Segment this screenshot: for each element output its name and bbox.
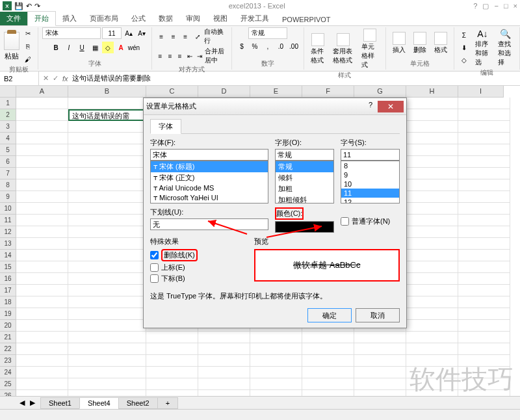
formula-input[interactable]: 这句话是错误的需要删除 [72, 73, 151, 83]
col-header[interactable]: C [146, 86, 198, 98]
row-header[interactable]: 8 [0, 179, 16, 191]
tab-view[interactable]: 视图 [207, 12, 234, 25]
cell[interactable] [198, 355, 250, 367]
cell[interactable] [406, 121, 458, 133]
font-input[interactable] [150, 149, 268, 161]
format-painter-icon[interactable]: 🖌 [22, 53, 34, 65]
cell[interactable] [458, 98, 510, 109]
list-item[interactable]: 加粗倾斜 [276, 194, 333, 203]
indent-dec-icon[interactable]: ⇤ [185, 50, 194, 62]
cell[interactable] [406, 367, 458, 378]
row-header[interactable]: 9 [0, 191, 16, 203]
cell[interactable] [16, 215, 68, 226]
cell[interactable] [146, 332, 198, 343]
list-item[interactable]: 常规 [276, 161, 333, 172]
bold-button[interactable]: B [50, 42, 62, 53]
align-top-icon[interactable]: ≡ [156, 31, 166, 42]
row-header[interactable]: 21 [0, 332, 16, 343]
row-header[interactable]: 13 [0, 238, 16, 250]
cell[interactable] [16, 296, 68, 308]
row-header[interactable]: 17 [0, 285, 16, 296]
cell[interactable] [406, 98, 458, 109]
maximize-icon[interactable]: □ [504, 2, 508, 10]
style-list[interactable]: 常规倾斜加粗加粗倾斜 [275, 161, 334, 203]
cell[interactable] [406, 332, 458, 343]
cell[interactable] [16, 343, 68, 355]
cell[interactable] [458, 273, 510, 285]
ribbon-options-icon[interactable]: ▢ [482, 2, 489, 10]
cell[interactable] [406, 355, 458, 367]
cell[interactable] [250, 332, 302, 343]
dialog-help-icon[interactable]: ? [365, 101, 376, 112]
cell[interactable] [16, 133, 68, 144]
merge-button[interactable]: 合并后居中 [205, 47, 228, 65]
cell[interactable] [458, 121, 510, 133]
col-header[interactable]: F [302, 86, 354, 98]
cell[interactable] [406, 168, 458, 179]
cell[interactable] [68, 191, 146, 203]
cell[interactable] [406, 378, 458, 390]
cell[interactable] [16, 250, 68, 261]
row-header[interactable]: 12 [0, 226, 16, 238]
cell[interactable] [458, 109, 510, 121]
cell[interactable] [458, 203, 510, 215]
font-list[interactable]: ᴛ 宋体 (标题)ᴛ 宋体 (正文)ᴛ Arial Unicode MSᴛ Mi… [150, 161, 268, 203]
cell[interactable] [68, 226, 146, 238]
cell[interactable] [458, 215, 510, 226]
paste-button[interactable]: 粘贴 [4, 32, 20, 61]
row-header[interactable]: 11 [0, 215, 16, 226]
row-header[interactable]: 16 [0, 273, 16, 285]
tab-review[interactable]: 审阅 [179, 12, 207, 25]
cell[interactable] [16, 320, 68, 332]
autosum-icon[interactable]: Σ [458, 30, 470, 42]
cell[interactable] [16, 98, 68, 109]
cell[interactable] [146, 343, 198, 355]
cell[interactable] [146, 367, 198, 378]
select-all-corner[interactable] [0, 86, 16, 98]
format-cells-button[interactable]: 格式 [432, 31, 450, 56]
cell[interactable] [406, 308, 458, 320]
sheet-tab-active[interactable]: Sheet4 [79, 397, 119, 409]
cell[interactable] [458, 296, 510, 308]
qat-save-icon[interactable]: 💾 [14, 2, 23, 10]
col-header[interactable]: H [406, 86, 458, 98]
cut-icon[interactable]: ✂ [22, 27, 34, 39]
cell[interactable] [458, 250, 510, 261]
cell[interactable] [16, 367, 68, 378]
font-color-button[interactable]: A [115, 42, 127, 53]
cell[interactable] [68, 308, 146, 320]
cell[interactable] [68, 332, 146, 343]
cell[interactable] [354, 343, 406, 355]
cell[interactable] [68, 168, 146, 179]
copy-icon[interactable]: ⎘ [22, 40, 34, 52]
size-list[interactable]: 8910111214 [341, 161, 400, 203]
cell[interactable] [68, 285, 146, 296]
fx-icon[interactable]: fx [62, 75, 68, 83]
cell[interactable] [458, 133, 510, 144]
tab-file[interactable]: 文件 [0, 12, 27, 25]
row-header[interactable]: 4 [0, 133, 16, 144]
cell[interactable] [68, 179, 146, 191]
superscript-checkbox[interactable]: 上标(E) [150, 263, 248, 272]
cancel-button[interactable]: 取消 [356, 308, 400, 322]
cell-styles-button[interactable]: 单元格样式 [359, 27, 382, 71]
cell[interactable] [458, 285, 510, 296]
row-header[interactable]: 1 [0, 98, 16, 109]
italic-button[interactable]: I [63, 42, 75, 53]
cell[interactable] [406, 343, 458, 355]
cell[interactable] [68, 320, 146, 332]
cell[interactable] [16, 308, 68, 320]
sheet-nav-prev-icon[interactable]: ◀ [20, 399, 25, 407]
font-name-select[interactable] [42, 27, 101, 39]
fill-icon[interactable]: ⬇ [458, 42, 470, 54]
row-header[interactable]: 20 [0, 320, 16, 332]
cell[interactable] [68, 144, 146, 156]
cell[interactable] [68, 121, 146, 133]
tab-data[interactable]: 数据 [152, 12, 179, 25]
cell[interactable] [302, 378, 354, 390]
row-header[interactable]: 19 [0, 308, 16, 320]
align-right-icon[interactable]: ≡ [176, 50, 184, 62]
dialog-tab-font[interactable]: 字体 [150, 119, 181, 134]
cell[interactable] [406, 133, 458, 144]
cell[interactable] [16, 168, 68, 179]
